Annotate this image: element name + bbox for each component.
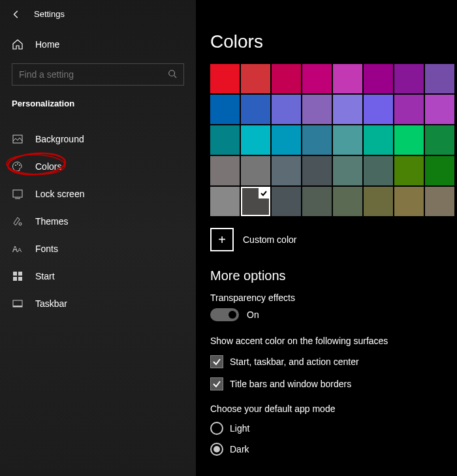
color-swatch[interactable] bbox=[241, 125, 270, 155]
color-swatch[interactable] bbox=[241, 64, 270, 93]
radio-light[interactable]: Light bbox=[210, 422, 457, 435]
toggle-state: On bbox=[247, 309, 259, 320]
window-header: Settings bbox=[0, 3, 196, 25]
transparency-label: Transparency effects bbox=[210, 293, 457, 303]
checkbox-icon[interactable] bbox=[210, 355, 223, 368]
main-heading: Colors bbox=[210, 31, 457, 52]
toggle-track[interactable] bbox=[210, 308, 239, 321]
checkbox-icon[interactable] bbox=[210, 377, 223, 390]
app-mode-heading: Choose your default app mode bbox=[210, 404, 457, 414]
color-swatch[interactable] bbox=[272, 64, 301, 93]
color-swatch[interactable] bbox=[210, 125, 240, 155]
radio-label: Light bbox=[230, 423, 249, 434]
sidebar-item-label: Colors bbox=[35, 161, 61, 172]
search-input[interactable] bbox=[12, 63, 184, 86]
svg-line-1 bbox=[174, 75, 177, 78]
color-swatch[interactable] bbox=[272, 156, 301, 185]
svg-point-7 bbox=[19, 165, 20, 166]
sidebar-item-start[interactable]: Start bbox=[0, 262, 196, 290]
settings-sidebar: Settings Home Personalization Background… bbox=[0, 0, 196, 476]
color-swatch[interactable] bbox=[241, 156, 270, 185]
color-swatch[interactable] bbox=[394, 156, 424, 185]
color-swatch[interactable] bbox=[302, 187, 332, 216]
color-swatch[interactable] bbox=[425, 156, 454, 185]
color-swatch[interactable] bbox=[302, 95, 332, 124]
svg-point-5 bbox=[15, 165, 16, 166]
search-field[interactable] bbox=[19, 69, 168, 80]
color-swatch[interactable] bbox=[210, 156, 240, 185]
color-swatch[interactable] bbox=[364, 156, 393, 185]
sidebar-item-fonts[interactable]: AA Fonts bbox=[0, 235, 196, 262]
plus-icon[interactable]: + bbox=[210, 228, 234, 251]
radio-icon[interactable] bbox=[210, 422, 223, 435]
sidebar-item-label: Themes bbox=[35, 216, 69, 227]
radio-dot bbox=[213, 446, 220, 452]
color-swatch[interactable] bbox=[425, 64, 454, 93]
sidebar-item-label: Background bbox=[35, 134, 84, 144]
more-options-heading: More options bbox=[210, 268, 457, 283]
color-swatch[interactable] bbox=[333, 95, 362, 124]
sidebar-item-background[interactable]: Background bbox=[0, 125, 196, 153]
sidebar-item-colors[interactable]: Colors bbox=[0, 153, 196, 180]
sidebar-item-label: Start bbox=[35, 271, 55, 281]
main-panel: Colors + Custom color More options Trans… bbox=[196, 0, 457, 476]
color-swatch[interactable] bbox=[210, 95, 240, 124]
color-swatch[interactable] bbox=[364, 125, 393, 155]
radio-icon[interactable] bbox=[210, 443, 223, 456]
color-swatch[interactable] bbox=[364, 187, 393, 216]
color-swatch[interactable] bbox=[241, 95, 270, 124]
section-heading: Personalization bbox=[0, 89, 196, 112]
color-swatch[interactable] bbox=[364, 64, 393, 93]
color-swatch[interactable] bbox=[364, 95, 393, 124]
color-swatch[interactable] bbox=[425, 95, 454, 124]
sidebar-item-label: Fonts bbox=[35, 244, 58, 254]
svg-rect-18 bbox=[13, 306, 22, 307]
checkbox-label: Title bars and window borders bbox=[230, 379, 351, 389]
color-swatch[interactable] bbox=[241, 187, 270, 216]
sidebar-item-taskbar[interactable]: Taskbar bbox=[0, 290, 196, 317]
color-swatch[interactable] bbox=[302, 125, 332, 155]
checkbox-label: Start, taskbar, and action center bbox=[230, 357, 359, 367]
svg-point-10 bbox=[19, 223, 22, 225]
palette-icon bbox=[12, 161, 24, 172]
color-swatch[interactable] bbox=[272, 125, 301, 155]
back-icon[interactable] bbox=[12, 10, 21, 19]
svg-point-0 bbox=[169, 70, 175, 76]
sidebar-item-lockscreen[interactable]: Lock screen bbox=[0, 180, 196, 208]
lockscreen-icon bbox=[12, 188, 24, 200]
page-title: Settings bbox=[34, 9, 65, 19]
color-swatch[interactable] bbox=[272, 95, 301, 124]
picture-icon bbox=[12, 133, 24, 145]
toggle-knob bbox=[228, 311, 236, 319]
color-swatch[interactable] bbox=[394, 125, 424, 155]
color-swatch[interactable] bbox=[394, 64, 424, 93]
color-swatch-grid bbox=[210, 64, 457, 216]
svg-rect-14 bbox=[18, 272, 22, 276]
start-icon bbox=[12, 270, 24, 282]
accent-surfaces-heading: Show accent color on the following surfa… bbox=[210, 336, 457, 346]
sidebar-item-home[interactable]: Home bbox=[0, 32, 196, 57]
color-swatch[interactable] bbox=[333, 64, 362, 93]
radio-dark[interactable]: Dark bbox=[210, 443, 457, 456]
color-swatch[interactable] bbox=[302, 156, 332, 185]
color-swatch[interactable] bbox=[210, 64, 240, 93]
radio-label: Dark bbox=[230, 444, 249, 454]
color-swatch[interactable] bbox=[425, 187, 454, 216]
color-swatch[interactable] bbox=[333, 156, 362, 185]
color-swatch[interactable] bbox=[210, 187, 240, 216]
color-swatch[interactable] bbox=[333, 125, 362, 155]
color-swatch[interactable] bbox=[333, 187, 362, 216]
color-swatch[interactable] bbox=[302, 64, 332, 93]
color-swatch[interactable] bbox=[272, 187, 301, 216]
sidebar-item-label: Taskbar bbox=[35, 298, 67, 309]
svg-rect-13 bbox=[13, 272, 17, 276]
check-start-taskbar[interactable]: Start, taskbar, and action center bbox=[210, 355, 457, 368]
transparency-toggle[interactable]: On bbox=[210, 308, 457, 321]
sidebar-nav: Background Colors Lock screen Themes AA … bbox=[0, 125, 196, 317]
color-swatch[interactable] bbox=[394, 95, 424, 124]
custom-color-row[interactable]: + Custom color bbox=[210, 228, 457, 251]
color-swatch[interactable] bbox=[394, 187, 424, 216]
color-swatch[interactable] bbox=[425, 125, 454, 155]
sidebar-item-themes[interactable]: Themes bbox=[0, 208, 196, 235]
check-titlebars[interactable]: Title bars and window borders bbox=[210, 377, 457, 390]
